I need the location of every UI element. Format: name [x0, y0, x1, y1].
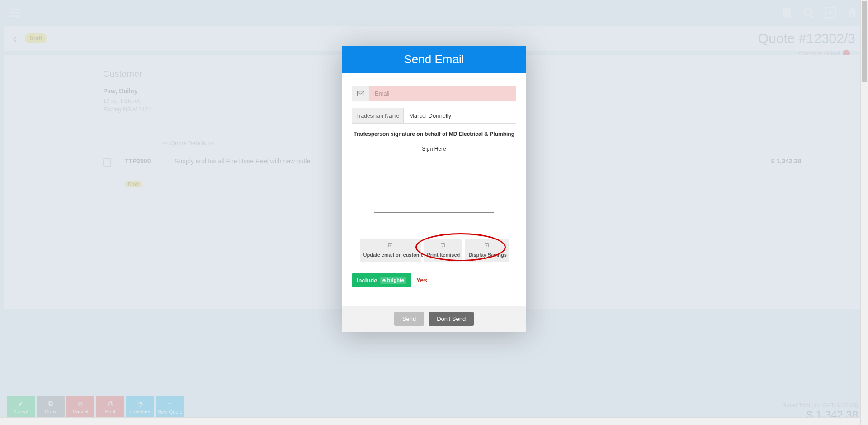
sign-here-label: Sign Here: [352, 146, 516, 152]
modal-title: Send Email: [342, 46, 526, 73]
signature-line: [374, 212, 494, 213]
update-email-label: Update email on customer: [363, 252, 426, 258]
display-savings-toggle[interactable]: ☑ Display Savings: [465, 239, 509, 262]
brighte-include-label: Include ✷ brighte: [352, 273, 411, 287]
checkbox-checked-icon: ☑: [363, 242, 417, 248]
brighte-logo: ✷ brighte: [380, 277, 406, 284]
options-row: ☑ Update email on customer ☑ Print Itemi…: [352, 239, 516, 262]
tradesman-group: Tradesman Name: [352, 108, 516, 124]
update-email-toggle[interactable]: ☑ Update email on customer: [360, 239, 421, 262]
brighte-row: Include ✷ brighte Yes: [352, 273, 516, 287]
envelope-icon: [352, 86, 369, 101]
scrollbar-thumb[interactable]: [862, 1, 867, 82]
email-group: [352, 86, 516, 101]
display-savings-label: Display Savings: [469, 252, 507, 258]
modal-overlay: Send Email Tradesman Name Tradesperson s…: [0, 0, 868, 425]
signature-pad[interactable]: Sign Here: [352, 140, 516, 230]
modal-body: Tradesman Name Tradesperson signature on…: [342, 73, 526, 306]
checkbox-checked-icon: ☑: [469, 242, 505, 248]
tradesman-name-label: Tradesman Name: [352, 108, 404, 123]
signature-caption: Tradesperson signature on behalf of MD E…: [352, 131, 516, 137]
horizontal-scrollbar[interactable]: [0, 417, 860, 425]
modal-footer: Send Don't Send: [342, 306, 526, 332]
vertical-scrollbar[interactable]: [860, 0, 868, 425]
brighte-value[interactable]: Yes: [411, 273, 516, 287]
print-itemised-label: Print Itemised: [427, 252, 460, 258]
dont-send-button[interactable]: Don't Send: [429, 312, 474, 326]
send-button[interactable]: Send: [394, 312, 424, 326]
checkbox-checked-icon: ☑: [427, 242, 459, 248]
email-field[interactable]: [369, 86, 516, 101]
send-email-modal: Send Email Tradesman Name Tradesperson s…: [342, 46, 526, 332]
print-itemised-toggle[interactable]: ☑ Print Itemised: [424, 239, 462, 262]
tradesman-name-field[interactable]: [404, 108, 516, 123]
